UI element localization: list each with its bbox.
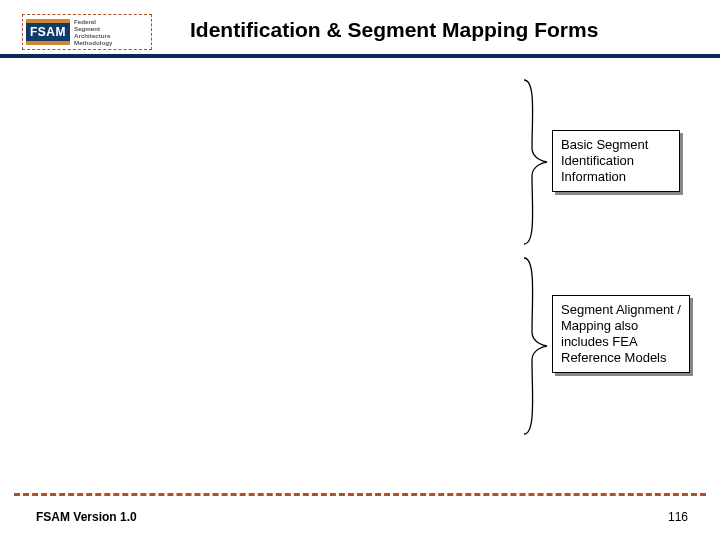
callout-box-alignment: Segment Alignment / Mapping also include… [552, 295, 690, 373]
footer-page-number: 116 [668, 510, 688, 524]
callout-box-basic-info: Basic Segment Identification Information [552, 130, 680, 192]
logo-subtext: Federal Segment Architecture Methodology [74, 18, 113, 46]
footer-divider [14, 493, 706, 496]
fsam-logo: FSAM Federal Segment Architecture Method… [22, 14, 152, 50]
callout-text: Basic Segment Identification Information [561, 137, 648, 184]
footer-version: FSAM Version 1.0 [36, 510, 137, 524]
page-title: Identification & Segment Mapping Forms [190, 18, 598, 42]
brace-icon [520, 78, 550, 246]
brace-icon [520, 256, 550, 436]
callout-text: Segment Alignment / Mapping also include… [561, 302, 681, 365]
slide-header: FSAM Federal Segment Architecture Method… [0, 0, 720, 60]
header-divider [0, 54, 720, 58]
content-area: Basic Segment Identification Information… [0, 60, 720, 500]
logo-mark: FSAM [26, 19, 70, 45]
